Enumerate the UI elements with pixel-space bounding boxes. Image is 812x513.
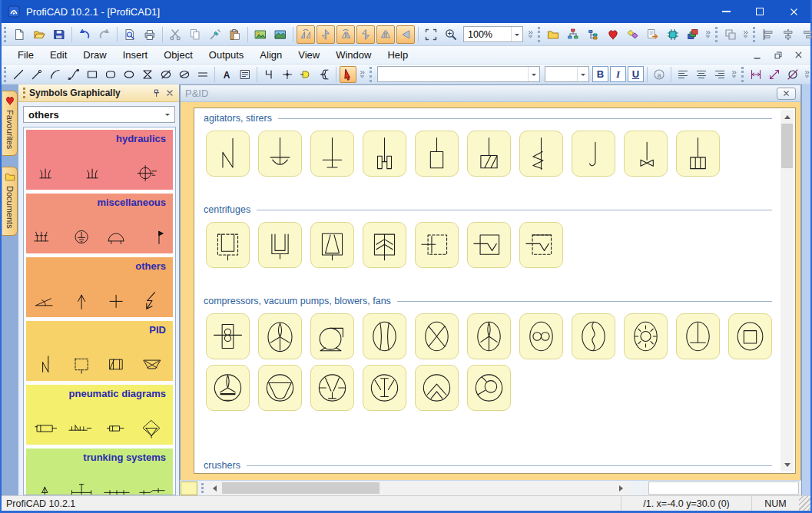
symbol-tile-co-tee[interactable] (676, 313, 720, 359)
draw-rounded-rectangle-button[interactable] (102, 66, 119, 83)
category-card-trunking-systems[interactable]: trunking systems (26, 448, 173, 495)
export-button[interactable] (644, 25, 662, 44)
toolbar-overflow-button[interactable] (525, 25, 535, 44)
symbol-tile-ag-frame[interactable] (415, 131, 459, 177)
document-close-button[interactable] (790, 48, 807, 62)
scrollbar-grip[interactable] (201, 483, 204, 493)
text-align-center-button[interactable] (693, 66, 710, 83)
layers-button[interactable] (684, 25, 702, 44)
symbol-tile-ag-hook[interactable] (572, 131, 615, 177)
italic-button[interactable]: I (610, 66, 626, 82)
draw-bezier-button[interactable] (65, 66, 82, 83)
toolbar-grip[interactable] (538, 27, 540, 42)
symbol-tile-ag-turbine[interactable] (363, 131, 406, 177)
toolbar-grip[interactable] (370, 67, 372, 82)
mirror-horizontal-button[interactable] (376, 25, 395, 44)
draw-polyline-button[interactable] (28, 66, 45, 83)
zoom-area-button[interactable] (422, 25, 440, 44)
symbol-thumb-dashed-box[interactable] (67, 354, 98, 377)
edit-image-button[interactable] (271, 25, 290, 44)
zoom-button[interactable] (442, 25, 460, 44)
maximize-button[interactable] (743, 0, 777, 23)
draw-line-button[interactable] (10, 66, 27, 83)
symbol-tile-co-sun[interactable] (624, 313, 668, 359)
side-tab-documents[interactable]: Documents (2, 167, 18, 236)
bold-button[interactable]: B (592, 66, 608, 82)
scroll-left-button[interactable] (207, 482, 220, 495)
zoom-level-combo[interactable]: 100% (463, 26, 523, 42)
symbol-tile-cq-inner-circle[interactable] (467, 365, 511, 411)
close-panel-button[interactable] (163, 87, 176, 100)
symbol-tile-co-square[interactable] (728, 313, 772, 359)
menu-view[interactable]: View (291, 47, 326, 63)
symbol-tile-ag-hatch-frame[interactable] (467, 131, 511, 177)
symbol-thumb-line-ticks[interactable] (101, 482, 132, 495)
symbol-thumb-pump-cluster[interactable] (38, 163, 68, 186)
toolbar-grip[interactable] (741, 67, 744, 82)
symbol-tile-ag-propeller[interactable] (624, 131, 668, 177)
align-left-button[interactable] (759, 25, 777, 44)
chevron-down-icon[interactable] (511, 27, 522, 41)
symbol-thumb-earth-circle[interactable] (67, 227, 98, 250)
insert-junction-button[interactable] (279, 66, 296, 83)
symbol-tile-ce-conical[interactable] (310, 222, 354, 268)
vertical-scroll-track[interactable] (781, 122, 794, 459)
close-button[interactable] (777, 0, 810, 23)
text-align-left-button[interactable] (674, 66, 691, 83)
print-button[interactable] (141, 25, 159, 44)
symbol-thumb-flag[interactable] (137, 227, 167, 250)
document-close-icon-button[interactable] (777, 88, 796, 100)
category-card-miscellaneous[interactable]: miscellaneous (26, 194, 173, 253)
symbol-tile-ce-basket-dashed[interactable] (206, 222, 250, 268)
category-card-pid[interactable]: PID (26, 321, 173, 381)
symbol-tile-co-lobes[interactable] (519, 313, 563, 359)
menu-insert[interactable]: Insert (116, 47, 155, 63)
vertical-scroll-thumb[interactable] (781, 124, 793, 168)
symbols-tree-button[interactable] (564, 25, 582, 44)
undo-button[interactable] (75, 25, 94, 44)
document-restore-button[interactable] (769, 48, 787, 62)
symbol-thumb-cross-ticks[interactable] (67, 482, 98, 495)
symbol-thumb-box-hatch[interactable] (101, 354, 132, 377)
symbol-tile-co-rect-lobe[interactable] (206, 313, 250, 359)
open-button[interactable] (30, 25, 48, 44)
toolbar-overflow-button[interactable] (703, 25, 713, 44)
toolbar-overflow-button[interactable] (802, 65, 812, 84)
symbol-thumb-arrow-up[interactable] (67, 290, 98, 313)
save-button[interactable] (50, 25, 68, 44)
toolbar-overflow-button[interactable] (741, 25, 751, 44)
print-preview-button[interactable] (121, 25, 139, 44)
symbol-tile-cq-vee-tee[interactable] (310, 365, 354, 411)
symbol-tile-cq-chevrons[interactable] (415, 365, 459, 411)
menu-align[interactable]: Align (253, 47, 289, 63)
scroll-up-button[interactable] (781, 110, 794, 122)
symbol-tile-ce-zigzag-dashed[interactable] (519, 222, 563, 268)
menu-object[interactable]: Object (157, 47, 200, 63)
document-structure-button[interactable] (584, 25, 602, 44)
draw-arc-button[interactable] (47, 66, 64, 83)
pages-button[interactable] (624, 25, 642, 44)
text-align-right-button[interactable] (711, 66, 728, 83)
symbol-tile-co-fan[interactable] (258, 313, 302, 359)
chevron-down-icon[interactable] (528, 67, 539, 81)
insert-text-button[interactable]: A (218, 66, 235, 83)
scroll-down-button[interactable] (781, 459, 794, 472)
chevron-down-icon[interactable] (577, 67, 588, 81)
symbol-thumb-pole[interactable] (31, 482, 62, 495)
symbol-tile-cq-ibeam[interactable] (363, 365, 406, 411)
toolbar-grip[interactable] (715, 27, 718, 42)
symbol-tile-cq-trapezoid[interactable] (258, 365, 302, 411)
draw-hourglass-button[interactable] (139, 66, 156, 83)
symbol-tile-ag-grid[interactable] (676, 131, 720, 177)
cut-button[interactable] (166, 25, 184, 44)
symbol-tile-cq-propeller-bar[interactable] (206, 365, 250, 411)
menu-window[interactable]: Window (329, 47, 378, 63)
category-card-others[interactable]: others (26, 257, 173, 317)
category-card-pneumatic-diagrams[interactable]: pneumatic diagrams (26, 385, 173, 445)
symbol-tile-ce-zigzag[interactable] (467, 222, 511, 268)
menu-edit[interactable]: Edit (43, 47, 74, 63)
align-right-button[interactable] (799, 25, 812, 44)
symbols-category-dropdown[interactable]: others (23, 106, 175, 123)
symbol-thumb-trapezoid-x[interactable] (137, 354, 167, 377)
minimize-button[interactable] (709, 0, 743, 23)
